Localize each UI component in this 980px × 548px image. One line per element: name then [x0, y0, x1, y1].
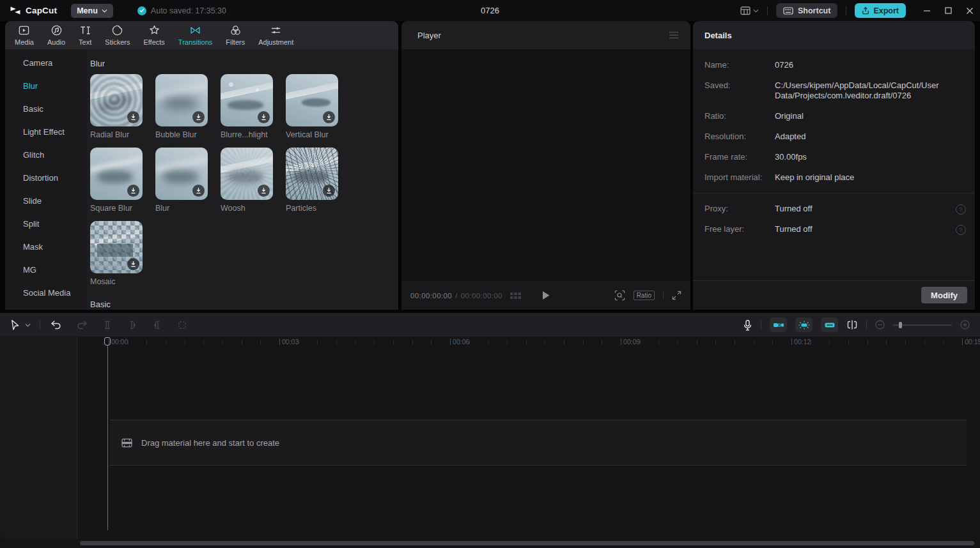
layout-switch-button[interactable]: [740, 6, 759, 15]
zoom-in-button[interactable]: [960, 320, 970, 330]
modify-button[interactable]: Modify: [921, 287, 967, 303]
transition-card[interactable]: Woosh: [221, 148, 273, 213]
split-button[interactable]: [103, 321, 112, 330]
tab-audio[interactable]: Audio: [47, 24, 65, 46]
undo-button[interactable]: [51, 320, 61, 330]
close-button[interactable]: [966, 7, 974, 15]
transitions-grid: Radial BlurBubble BlurBlurre...hlightVer…: [90, 74, 398, 286]
dropzone-hint: Drag material here and start to create: [141, 438, 279, 448]
shortcut-button[interactable]: Shortcut: [776, 3, 837, 18]
zoom-out-button[interactable]: [875, 320, 885, 330]
tab-adjustment[interactable]: Adjustment: [258, 24, 293, 46]
download-icon[interactable]: [323, 185, 335, 197]
main-track-magnet-toggle[interactable]: [770, 317, 787, 332]
transition-thumbnail[interactable]: [155, 74, 208, 126]
preview-axis-toggle[interactable]: [846, 320, 858, 330]
download-icon[interactable]: [323, 111, 335, 123]
menu-button[interactable]: Menu: [71, 4, 113, 18]
tab-media[interactable]: Media: [15, 24, 34, 46]
timeline-ruler[interactable]: 00:0000:0300:0600:0900:1200:15: [0, 337, 980, 347]
download-icon[interactable]: [258, 185, 270, 197]
transition-card[interactable]: Square Blur: [90, 148, 143, 213]
sidebar-item-camera[interactable]: Camera: [5, 52, 86, 75]
download-icon[interactable]: [127, 111, 139, 123]
transition-thumbnail[interactable]: [286, 74, 338, 126]
minimize-button[interactable]: [923, 7, 931, 15]
ruler-minor-tick: [848, 340, 849, 344]
play-icon: [542, 291, 550, 300]
transition-card[interactable]: Bubble Blur: [155, 74, 208, 139]
delete-button[interactable]: [178, 321, 187, 330]
transition-thumbnail[interactable]: [90, 148, 143, 200]
transition-thumbnail[interactable]: [155, 148, 208, 200]
sidebar-item-distortion[interactable]: Distortion: [5, 167, 86, 190]
transition-card[interactable]: Radial Blur: [90, 74, 143, 139]
player-canvas[interactable]: [401, 49, 690, 281]
sidebar-item-split[interactable]: Split: [5, 213, 86, 236]
tab-effects[interactable]: Effects: [143, 24, 164, 46]
sidebar-item-basic[interactable]: Basic: [5, 98, 86, 121]
transition-card[interactable]: Mosaic: [90, 221, 143, 286]
tab-stickers[interactable]: Stickers: [105, 24, 130, 46]
help-icon[interactable]: ?: [956, 204, 966, 215]
ruler-minor-tick: [260, 340, 261, 344]
transition-thumbnail[interactable]: [90, 221, 143, 273]
download-icon[interactable]: [127, 258, 139, 270]
download-icon[interactable]: [192, 185, 205, 197]
redo-button[interactable]: [77, 320, 88, 330]
redo-icon: [77, 320, 88, 330]
tab-label: Transitions: [178, 38, 212, 46]
player-menu-icon[interactable]: [669, 31, 679, 39]
tab-transitions[interactable]: Transitions: [178, 24, 212, 46]
focus-zoom-icon[interactable]: [614, 290, 625, 301]
media-icon: [18, 24, 30, 36]
sidebar-item-mask[interactable]: Mask: [5, 236, 86, 259]
download-icon[interactable]: [258, 111, 270, 123]
sidebar-item-light-effect[interactable]: Light Effect: [5, 121, 86, 144]
ratio-button[interactable]: Ratio: [634, 291, 655, 300]
export-button[interactable]: Export: [855, 3, 906, 18]
zoom-slider-handle[interactable]: [899, 322, 902, 328]
timeline-dropzone[interactable]: Drag material here and start to create: [110, 420, 967, 466]
ruler-minor-tick: [336, 340, 337, 344]
delete-left-button[interactable]: [128, 321, 137, 330]
sidebar-item-slide[interactable]: Slide: [5, 190, 86, 213]
download-icon[interactable]: [127, 185, 139, 197]
record-voiceover-button[interactable]: [743, 319, 752, 331]
help-icon[interactable]: ?: [956, 225, 966, 235]
tab-text[interactable]: Text: [79, 24, 91, 46]
horizontal-scrollbar[interactable]: [80, 541, 974, 545]
delete-right-button[interactable]: [153, 321, 162, 330]
transition-card[interactable]: Particles: [286, 148, 338, 213]
frames-grid-icon[interactable]: [510, 292, 522, 300]
download-icon[interactable]: [192, 111, 205, 123]
sidebar-item-glitch[interactable]: Glitch: [5, 144, 86, 167]
transition-card[interactable]: Vertical Blur: [286, 74, 338, 139]
transition-thumbnail[interactable]: [221, 148, 273, 200]
timeline-zoom-slider[interactable]: [893, 324, 952, 326]
fullscreen-icon[interactable]: [672, 291, 681, 300]
tab-label: Adjustment: [258, 38, 293, 46]
ruler-minor-tick: [166, 340, 166, 344]
transition-card[interactable]: Blurre...hlight: [221, 74, 273, 139]
cursor-tool-dropdown[interactable]: [25, 323, 31, 327]
transition-thumbnail[interactable]: [221, 74, 273, 126]
play-button[interactable]: [542, 291, 550, 300]
sidebar-item-mg[interactable]: MG: [5, 259, 86, 282]
maximize-button[interactable]: [945, 7, 952, 14]
auto-preview-toggle[interactable]: [795, 317, 813, 332]
transition-thumbnail[interactable]: [286, 148, 338, 200]
ruler-label-text: 00:09: [623, 338, 640, 346]
filters-icon: [229, 24, 242, 36]
cursor-tool-button[interactable]: [10, 319, 20, 330]
text-icon: [79, 24, 91, 36]
transition-card[interactable]: Blur: [155, 148, 208, 213]
link-toggle[interactable]: [821, 317, 838, 332]
sidebar-item-blur[interactable]: Blur: [5, 75, 86, 98]
transition-thumbnail[interactable]: [90, 74, 143, 126]
ruler-minor-tick: [146, 340, 147, 344]
ruler-minor-tick: [943, 340, 944, 344]
ruler-major-tick: [279, 339, 280, 345]
tab-filters[interactable]: Filters: [226, 24, 245, 46]
sidebar-item-social-media[interactable]: Social Media: [5, 282, 86, 305]
